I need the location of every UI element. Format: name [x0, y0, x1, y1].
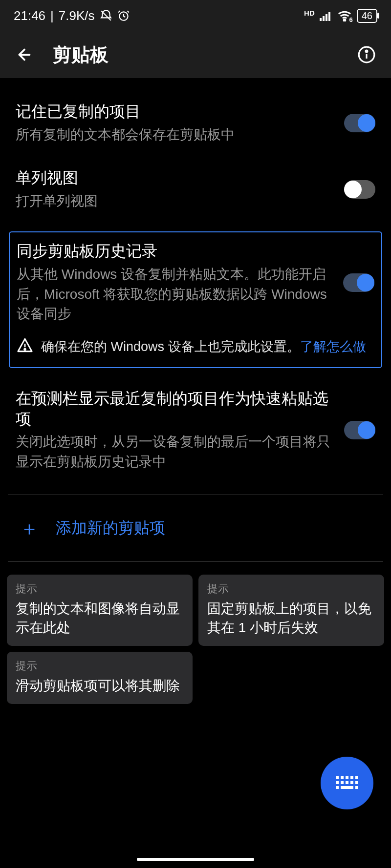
- info-button[interactable]: [356, 44, 377, 65]
- keyboard-icon: [335, 774, 359, 792]
- svg-rect-13: [341, 776, 344, 779]
- wifi-icon: 6: [337, 10, 352, 21]
- svg-rect-24: [355, 786, 358, 789]
- wifi-gen-label: 6: [349, 16, 353, 23]
- svg-point-11: [24, 349, 26, 350]
- tip-body: 固定剪贴板上的项目，以免其在 1 小时后失效: [207, 599, 375, 637]
- svg-rect-19: [346, 781, 348, 784]
- setting-single-column[interactable]: 单列视图 打开单列视图: [0, 158, 391, 225]
- setting-desc: 所有复制的文本都会保存在剪贴板中: [16, 125, 332, 145]
- setting-desc: 从其他 Windows 设备复制并粘贴文本。此功能开启后，Microsoft 将…: [17, 265, 331, 324]
- setting-title: 单列视图: [16, 168, 332, 188]
- home-indicator[interactable]: [137, 858, 254, 861]
- svg-rect-5: [328, 12, 330, 21]
- setting-title: 记住已复制的项目: [16, 102, 332, 122]
- status-net-speed: 7.9K/s: [59, 8, 95, 23]
- svg-rect-16: [355, 776, 358, 779]
- divider: [8, 495, 383, 495]
- warning-icon: [17, 337, 33, 353]
- status-bar: 21:46 | 7.9K/s HD 6: [0, 0, 391, 31]
- svg-rect-17: [336, 781, 339, 784]
- page-title: 剪贴板: [53, 42, 338, 67]
- svg-rect-2: [320, 18, 322, 21]
- add-clipboard-item[interactable]: ＋ 添加新的剪贴项: [0, 504, 391, 553]
- sync-note: 确保在您的 Windows 设备上也完成此设置。了解怎么做: [17, 332, 374, 357]
- tip-card[interactable]: 提示 滑动剪贴板项可以将其删除: [7, 652, 193, 704]
- svg-rect-15: [350, 776, 353, 779]
- plus-icon: ＋: [20, 518, 39, 538]
- setting-title: 在预测栏显示最近复制的项目作为快速粘贴选项: [16, 389, 332, 429]
- svg-rect-4: [326, 14, 327, 21]
- toggle-remember-copied[interactable]: [344, 114, 375, 132]
- svg-point-6: [344, 20, 346, 21]
- svg-rect-12: [336, 776, 339, 779]
- tip-label: 提示: [207, 581, 375, 596]
- add-item-label: 添加新的剪贴项: [56, 517, 165, 539]
- setting-title: 同步剪贴板历史记录: [17, 241, 331, 262]
- alarm-icon: [117, 9, 130, 22]
- setting-desc: 打开单列视图: [16, 191, 332, 211]
- svg-rect-22: [336, 786, 339, 789]
- status-divider: |: [50, 8, 54, 23]
- svg-rect-14: [346, 776, 348, 779]
- setting-sync-clipboard-box: 同步剪贴板历史记录 从其他 Windows 设备复制并粘贴文本。此功能开启后，M…: [9, 231, 382, 368]
- toggle-single-column[interactable]: [344, 180, 375, 199]
- divider: [8, 561, 383, 562]
- status-time: 21:46: [14, 8, 45, 23]
- hd-label: HD: [304, 9, 315, 17]
- tip-label: 提示: [16, 659, 184, 673]
- mute-icon: [100, 9, 112, 22]
- app-bar: 剪贴板: [0, 31, 391, 78]
- svg-rect-18: [341, 781, 344, 784]
- svg-rect-3: [323, 16, 325, 21]
- keyboard-fab[interactable]: [321, 757, 373, 809]
- toggle-prediction-bar[interactable]: [344, 421, 375, 439]
- svg-point-9: [366, 50, 368, 52]
- signal-icon: [320, 10, 332, 21]
- sync-note-text: 确保在您的 Windows 设备上也完成此设置。: [41, 339, 300, 354]
- learn-how-link[interactable]: 了解怎么做: [300, 339, 366, 354]
- tip-body: 复制的文本和图像将自动显示在此处: [16, 599, 184, 637]
- svg-rect-20: [350, 781, 353, 784]
- tip-card[interactable]: 提示 复制的文本和图像将自动显示在此处: [7, 575, 193, 646]
- tip-label: 提示: [16, 581, 184, 596]
- toggle-sync-clipboard[interactable]: [343, 273, 374, 292]
- svg-rect-23: [341, 786, 353, 789]
- back-button[interactable]: [14, 44, 35, 65]
- setting-remember-copied[interactable]: 记住已复制的项目 所有复制的文本都会保存在剪贴板中: [0, 92, 391, 158]
- tip-body: 滑动剪贴板项可以将其删除: [16, 676, 184, 695]
- setting-prediction-bar[interactable]: 在预测栏显示最近复制的项目作为快速粘贴选项 关闭此选项时，从另一设备复制的最后一…: [0, 379, 391, 485]
- tips-grid: 提示 复制的文本和图像将自动显示在此处 提示 固定剪贴板上的项目，以免其在 1 …: [0, 571, 391, 708]
- svg-rect-21: [355, 781, 358, 784]
- setting-sync-clipboard[interactable]: 同步剪贴板历史记录 从其他 Windows 设备复制并粘贴文本。此功能开启后，M…: [17, 241, 374, 331]
- setting-desc: 关闭此选项时，从另一设备复制的最后一个项目将只显示在剪贴板历史记录中: [16, 432, 332, 472]
- battery-indicator: 46: [357, 9, 377, 23]
- tip-card[interactable]: 提示 固定剪贴板上的项目，以免其在 1 小时后失效: [198, 575, 384, 646]
